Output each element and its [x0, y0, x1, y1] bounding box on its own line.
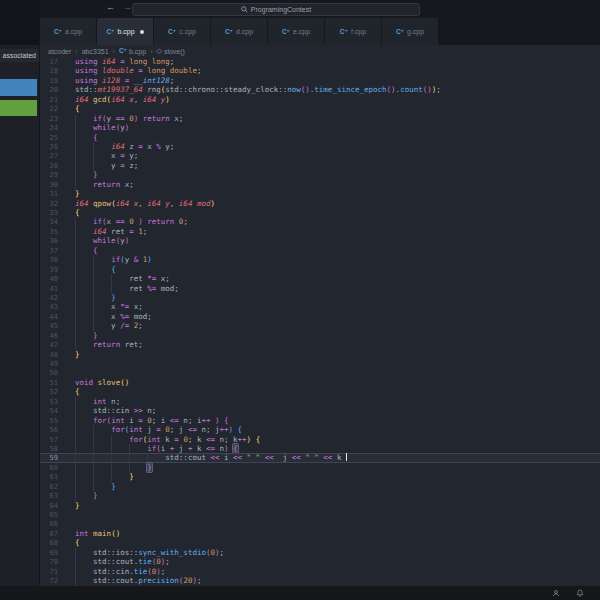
code-line[interactable]: 61 } — [40, 472, 600, 481]
code-line[interactable]: 28 y = z; — [40, 161, 600, 170]
code-line[interactable]: 27 x = y; — [40, 151, 600, 160]
code-line[interactable]: 32i64 qpow(i64 x, i64 y, i64 mod) — [40, 199, 600, 208]
indent-guide — [75, 284, 76, 293]
account-icon[interactable] — [552, 589, 560, 597]
tab-g.cpp[interactable]: C⁺g.cpp — [382, 18, 439, 45]
breadcrumb-label: abc3351 — [82, 48, 109, 55]
code-line[interactable]: 54 std::cin >> n; — [40, 406, 600, 415]
code-line[interactable]: 72 std::cout.precision(20); — [40, 576, 600, 585]
indent-guide — [75, 435, 76, 444]
code-line[interactable]: 20std::mt19937_64 rng(std::chrono::stead… — [40, 85, 600, 94]
tab-b.cpp[interactable]: C⁺b.cpp — [97, 18, 154, 45]
code-line[interactable]: 41 ret %= mod; — [40, 284, 600, 293]
code-line[interactable]: 66 — [40, 519, 600, 528]
code-line[interactable]: 19using i128 = __int128; — [40, 76, 600, 85]
indent-guide — [111, 453, 112, 462]
indent-guide — [93, 265, 94, 274]
code-line[interactable]: 39 { — [40, 265, 600, 274]
line-content: i64 gcd(i64 x, i64 y) — [75, 95, 170, 104]
text-cursor — [346, 453, 347, 461]
code-line[interactable]: 69 std::ios::sync_with_stdio(0); — [40, 548, 600, 557]
tab-e.cpp[interactable]: C⁺e.cpp — [268, 18, 325, 45]
code-line[interactable]: 46 } — [40, 331, 600, 340]
code-line[interactable]: 24 while(y) — [40, 123, 600, 132]
code-line[interactable]: 36 while(y) — [40, 236, 600, 245]
code-line[interactable]: 35 i64 ret = 1; — [40, 227, 600, 236]
code-line[interactable]: 58 if(i + j + k <= n) { — [40, 444, 600, 453]
code-line[interactable]: 64} — [40, 501, 600, 510]
tab-a.cpp[interactable]: C⁺a.cpp — [40, 18, 97, 45]
code-line[interactable]: 50 — [40, 368, 600, 377]
code-line[interactable]: 47 return ret; — [40, 340, 600, 349]
code-line[interactable]: 57 for(int k = 0; k <= n; k++) { — [40, 435, 600, 444]
line-content: { — [75, 246, 98, 255]
code-line[interactable]: 18using ldouble = long double; — [40, 66, 600, 75]
code-line[interactable]: 21i64 gcd(i64 x, i64 y) — [40, 95, 600, 104]
code-line[interactable]: 71 std::cin.tie(0); — [40, 567, 600, 576]
code-line[interactable]: 40 ret *= x; — [40, 274, 600, 283]
code-line[interactable]: 17using i64 = long long; — [40, 57, 600, 66]
code-line[interactable]: 42 } — [40, 293, 600, 302]
code-line[interactable]: 63 } — [40, 491, 600, 500]
breadcrumb-item-atcoder[interactable]: atcoder — [48, 48, 71, 55]
code-line[interactable]: 67int main() — [40, 529, 600, 538]
tab-f.cpp[interactable]: C⁺f.cpp — [325, 18, 382, 45]
line-content: std::cin.tie(0); — [75, 567, 165, 576]
code-line[interactable]: 55 for(int i = 0; i <= n; i++ ) { — [40, 416, 600, 425]
line-content: { — [75, 133, 98, 142]
forward-arrow-icon[interactable]: → — [123, 2, 132, 12]
line-content: if(y & 1) — [75, 255, 152, 264]
code-line[interactable]: 59 std::cout << i << " " << j << " " << … — [40, 453, 600, 462]
line-content: std::mt19937_64 rng(std::chrono::steady_… — [75, 85, 441, 94]
line-content: if(y == 0) return x; — [75, 114, 183, 123]
notifications-bell-icon[interactable] — [576, 589, 584, 597]
code-line[interactable]: 45 y /= 2; — [40, 321, 600, 330]
line-content: y = z; — [75, 161, 138, 170]
code-line[interactable]: 56 for(int j = 0; j <= n; j++) { — [40, 425, 600, 434]
code-line[interactable]: 68{ — [40, 538, 600, 547]
code-line[interactable]: 70 std::cout.tie(0); — [40, 557, 600, 566]
code-line[interactable]: 65 — [40, 510, 600, 519]
tab-c.cpp[interactable]: C⁺c.cpp — [154, 18, 211, 45]
command-search-box[interactable]: ProgramingContest — [132, 3, 420, 16]
breadcrumb-item-abc3351[interactable]: abc3351 — [82, 48, 109, 55]
code-line[interactable]: 37 { — [40, 246, 600, 255]
indent-guide — [93, 255, 94, 264]
cpp-file-icon: C⁺ — [106, 28, 114, 36]
breadcrumb-separator: › — [150, 48, 152, 55]
code-line[interactable]: 43 x *= x; — [40, 302, 600, 311]
line-content: x = y; — [75, 151, 138, 160]
cpp-file-icon: C⁺ — [396, 28, 404, 36]
code-line[interactable]: 48} — [40, 350, 600, 359]
indent-guide — [75, 161, 76, 170]
indent-guide — [75, 255, 76, 264]
breadcrumb-item-slove[interactable]: ◇slove() — [157, 47, 185, 55]
code-line[interactable]: 52{ — [40, 387, 600, 396]
line-content: } — [75, 472, 134, 481]
code-line[interactable]: 33{ — [40, 208, 600, 217]
code-line[interactable]: 23 if(y == 0) return x; — [40, 114, 600, 123]
code-line[interactable]: 34 if(x == 0 ) return 0; — [40, 217, 600, 226]
code-line[interactable]: 49 — [40, 359, 600, 368]
code-line[interactable]: 53 int n; — [40, 397, 600, 406]
code-line[interactable]: 29 } — [40, 170, 600, 179]
modified-dot-icon[interactable] — [140, 30, 144, 34]
code-line[interactable]: 30 return x; — [40, 180, 600, 189]
code-line[interactable]: 25 { — [40, 133, 600, 142]
left-cropped-panel: associated — [0, 0, 40, 600]
code-line[interactable]: 22{ — [40, 104, 600, 113]
code-line[interactable]: 31} — [40, 189, 600, 198]
code-line[interactable]: 38 if(y & 1) — [40, 255, 600, 264]
indent-guide — [111, 472, 112, 481]
back-arrow-icon[interactable]: ← — [106, 2, 115, 12]
code-line[interactable]: 62 } — [40, 482, 600, 491]
code-line[interactable]: 60 } — [40, 463, 600, 472]
breadcrumb-item-bcpp[interactable]: C⁺b.cpp — [119, 47, 146, 55]
line-content: } — [75, 501, 80, 510]
code-line[interactable]: 44 x %= mod; — [40, 312, 600, 321]
tab-d.cpp[interactable]: C⁺d.cpp — [211, 18, 268, 45]
code-line[interactable]: 51void slove() — [40, 378, 600, 387]
cpp-file-icon: C⁺ — [54, 28, 62, 36]
code-line[interactable]: 26 i64 z = x % y; — [40, 142, 600, 151]
code-editor[interactable]: 17using i64 = long long;18using ldouble … — [40, 57, 600, 586]
